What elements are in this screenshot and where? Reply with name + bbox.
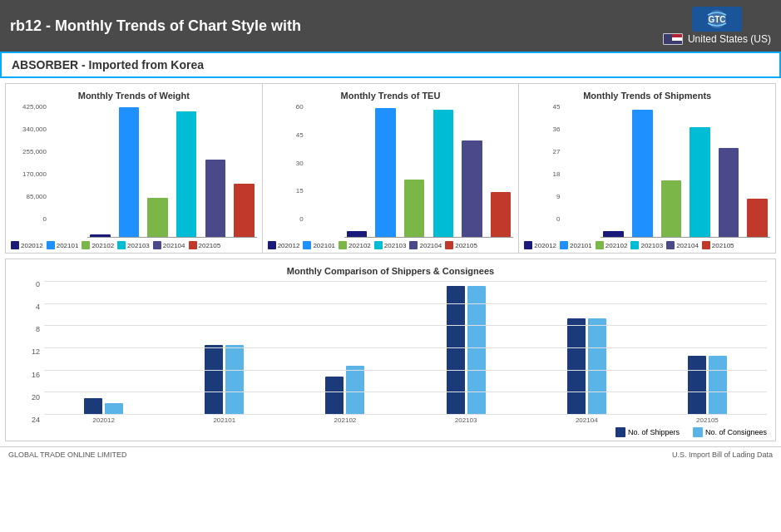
legend-label: 202104 bbox=[163, 242, 185, 249]
bar bbox=[716, 148, 742, 237]
y-label: 27 bbox=[552, 149, 560, 155]
country-info: United States (US) bbox=[663, 33, 771, 45]
legend-color-box bbox=[596, 241, 604, 249]
comparison-bar bbox=[325, 377, 344, 414]
weight-y-axis: 425,000340,000255,000170,00085,0000 bbox=[11, 104, 49, 223]
bar bbox=[231, 184, 257, 237]
comparison-y-label: 12 bbox=[32, 348, 40, 356]
logo-area: GTC United States (US) bbox=[663, 7, 771, 45]
comparison-chart-title: Monthly Comparison of Shippers & Consign… bbox=[14, 266, 767, 276]
comparison-y-label: 20 bbox=[32, 394, 40, 401]
bar-group bbox=[165, 345, 284, 414]
y-label: 255,000 bbox=[22, 149, 47, 155]
svg-text:GTC: GTC bbox=[708, 15, 725, 24]
bar bbox=[659, 180, 685, 237]
comparison-y-label: 16 bbox=[32, 372, 40, 379]
comparison-x-label: 202103 bbox=[407, 416, 526, 424]
legend-shippers-label: No. of Shippers bbox=[628, 428, 680, 436]
legend-color-box bbox=[303, 241, 311, 249]
bar bbox=[431, 110, 457, 237]
legend-item: 202103 bbox=[374, 241, 407, 249]
legend-color-box bbox=[11, 241, 19, 249]
comparison-x-label: 202102 bbox=[285, 416, 404, 424]
comparison-bar bbox=[688, 356, 706, 414]
bar bbox=[402, 180, 428, 237]
legend-label: 202103 bbox=[640, 242, 663, 249]
legend-item: 202012 bbox=[11, 241, 43, 249]
comparison-bar bbox=[588, 318, 606, 414]
legend-label: 202105 bbox=[199, 242, 221, 249]
legend-consignees: No. of Consignees bbox=[693, 427, 767, 437]
comparison-legend: No. of Shippers No. of Consignees bbox=[14, 427, 767, 437]
top-charts-container: Monthly Trends of Weight 425,000340,0002… bbox=[5, 83, 776, 254]
comparison-y-label: 0 bbox=[36, 281, 40, 288]
bar bbox=[145, 198, 171, 237]
legend-item: 202101 bbox=[47, 241, 79, 249]
y-label: 45 bbox=[552, 104, 560, 111]
bar bbox=[373, 108, 398, 237]
bar bbox=[687, 127, 713, 237]
legend-label: 202012 bbox=[534, 242, 556, 249]
weight-chart-title: Monthly Trends of Weight bbox=[11, 91, 257, 101]
comparison-x-label: 202105 bbox=[648, 416, 767, 424]
legend-item: 202102 bbox=[596, 241, 628, 249]
comparison-y-axis: 04812162024 bbox=[14, 281, 42, 424]
bar-group bbox=[285, 366, 404, 414]
legend-color-box bbox=[702, 241, 710, 249]
legend-item: 202104 bbox=[153, 241, 185, 249]
y-label: 45 bbox=[296, 132, 304, 139]
teu-y-axis: 604530150 bbox=[268, 104, 306, 223]
bar bbox=[459, 140, 485, 237]
legend-item: 202103 bbox=[630, 241, 663, 249]
shipments-bar-chart bbox=[601, 104, 770, 237]
legend-item: 202104 bbox=[409, 241, 442, 249]
bar bbox=[174, 111, 200, 237]
legend-color-box bbox=[560, 241, 568, 249]
comparison-y-label: 8 bbox=[36, 326, 40, 333]
comparison-y-label: 4 bbox=[36, 303, 40, 311]
weight-chart-panel: Monthly Trends of Weight 425,000340,0002… bbox=[6, 84, 263, 253]
teu-chart-title: Monthly Trends of TEU bbox=[268, 91, 514, 101]
comparison-bar bbox=[447, 286, 465, 414]
legend-label: 202012 bbox=[278, 242, 300, 249]
bar bbox=[601, 231, 626, 237]
legend-color-box bbox=[189, 241, 197, 249]
legend-label: 202102 bbox=[348, 242, 371, 249]
comparison-bar bbox=[346, 366, 364, 414]
legend-item: 202012 bbox=[524, 241, 556, 249]
legend-item: 202102 bbox=[82, 241, 114, 249]
legend-item: 202102 bbox=[339, 241, 371, 249]
bar bbox=[202, 160, 228, 237]
y-label: 0 bbox=[43, 216, 47, 223]
y-label: 36 bbox=[552, 126, 560, 133]
legend-label: 202102 bbox=[91, 242, 114, 249]
legend-consignees-label: No. of Consignees bbox=[705, 428, 767, 436]
bar-group bbox=[648, 356, 767, 414]
teu-chart-panel: Monthly Trends of TEU 604530150 20201220… bbox=[263, 84, 520, 253]
bar bbox=[630, 110, 655, 237]
gtc-logo: GTC bbox=[692, 7, 742, 32]
legend-color-box bbox=[630, 241, 639, 249]
bar bbox=[488, 192, 514, 237]
legend-item: 202101 bbox=[560, 241, 592, 249]
page-title: rb12 - Monthly Trends of Chart Style wit… bbox=[10, 17, 301, 35]
bar-group bbox=[44, 398, 163, 414]
legend-consignees-color bbox=[693, 427, 703, 437]
footer: GLOBAL TRADE ONLINE LIMITED U.S. Import … bbox=[0, 446, 781, 462]
shipments-legend: 202012202101202102202103202104202105 bbox=[524, 241, 770, 249]
legend-item: 202103 bbox=[117, 241, 150, 249]
comparison-x-label: 202104 bbox=[527, 416, 646, 424]
legend-color-box bbox=[524, 241, 532, 249]
comparison-bar bbox=[709, 356, 727, 414]
bar-group bbox=[527, 318, 646, 414]
flag-icon bbox=[663, 33, 683, 45]
teu-legend: 202012202101202102202103202104202105 bbox=[268, 241, 514, 249]
legend-color-box bbox=[374, 241, 383, 249]
bar-group bbox=[407, 286, 526, 414]
y-label: 9 bbox=[556, 194, 560, 200]
y-label: 425,000 bbox=[22, 104, 47, 111]
comparison-y-label: 24 bbox=[32, 416, 40, 424]
legend-item: 202101 bbox=[303, 241, 335, 249]
footer-right: U.S. Import Bill of Lading Data bbox=[672, 451, 773, 459]
legend-item: 202012 bbox=[268, 241, 300, 249]
